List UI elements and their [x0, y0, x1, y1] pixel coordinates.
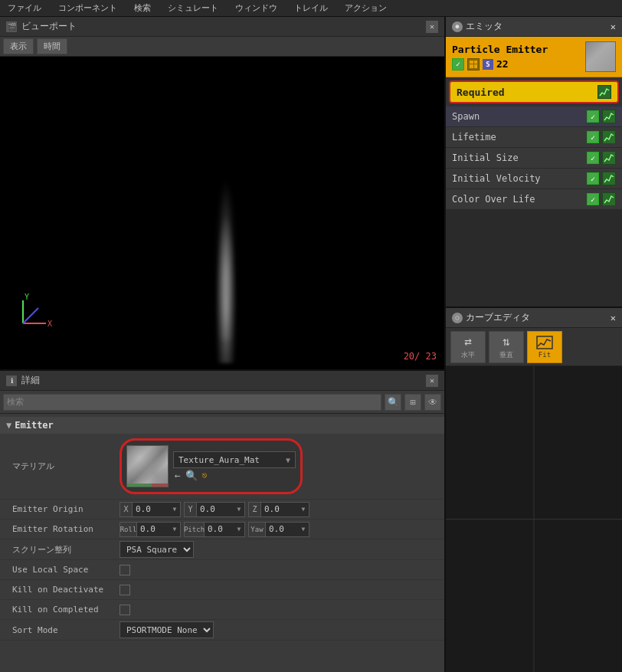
initial-size-module-label: Initial Size	[452, 152, 587, 163]
menu-simulate[interactable]: シミュレート	[163, 1, 223, 15]
fit-label: Fit	[539, 351, 551, 359]
spawn-module-row[interactable]: Spawn ✓	[446, 107, 622, 127]
emitter-title-icon: ●	[452, 21, 463, 32]
kill-on-deactivate-checkbox[interactable]	[119, 585, 130, 595]
material-search-button[interactable]: 🔍	[185, 470, 198, 481]
curve-horizontal-button[interactable]: ⇄ 水平	[450, 331, 486, 363]
spawn-graph-svg	[604, 111, 614, 122]
viewport-time-button[interactable]: 時間	[37, 38, 67, 54]
lifetime-module-row[interactable]: Lifetime ✓	[446, 127, 622, 148]
emitter-rotation-value: Roll 0.0 ▼ Pitch 0.0 ▼ Yaw 0	[119, 522, 438, 537]
grid-view-icon[interactable]: ⊞	[404, 394, 421, 411]
pitch-axis-label: Pitch	[185, 523, 205, 536]
details-search-input[interactable]	[3, 394, 381, 411]
curve-editor-title: カーブエディタ	[466, 311, 530, 324]
pitch-spinner[interactable]: ▼	[234, 523, 244, 536]
emitter-origin-x-spinner[interactable]: ▼	[169, 503, 180, 516]
sort-mode-value: PSORTMODE None	[119, 621, 438, 638]
particle-emitter-header: Particle Emitter ✓ S 22	[446, 37, 622, 77]
curve-content: ⇄ 水平 ⇅ 垂直 Fit	[446, 328, 622, 672]
viewport-close-button[interactable]: ✕	[426, 21, 438, 33]
initial-velocity-module-row[interactable]: Initial Velocity ✓	[446, 169, 622, 189]
material-name-text: Texture_Aura_Mat	[178, 455, 283, 465]
screen-alignment-select[interactable]: PSA Square	[119, 541, 194, 558]
spawn-module-checkbox[interactable]: ✓	[587, 110, 599, 123]
yaw-spinner[interactable]: ▼	[298, 523, 309, 536]
curve-title-icon: ○	[452, 313, 463, 323]
yaw-field[interactable]: Yaw 0.0 ▼	[248, 522, 309, 537]
material-property-row: マテリアル Texture_Aura_Mat ▼	[0, 434, 444, 500]
material-thumbnail	[126, 445, 169, 487]
initial-size-graph-svg	[604, 152, 614, 163]
initial-velocity-module-graph-icon[interactable]	[602, 172, 616, 185]
axes-indicator: X Y	[15, 293, 54, 331]
horizontal-icon: ⇄	[464, 334, 472, 349]
viewport-display-button[interactable]: 表示	[3, 38, 34, 54]
required-graph-icon	[597, 85, 611, 99]
menu-file[interactable]: ファイル	[3, 1, 46, 15]
curve-vertical-button[interactable]: ⇅ 垂直	[489, 331, 524, 363]
vertical-label: 垂直	[499, 350, 513, 360]
emitter-origin-x-field[interactable]: X 0.0 ▼	[119, 502, 181, 517]
emitter-close-button[interactable]: ✕	[611, 21, 616, 32]
emitter-origin-z-field[interactable]: Z 0.0 ▼	[248, 502, 309, 517]
use-local-space-checkbox[interactable]	[119, 565, 130, 575]
emitter-origin-y-spinner[interactable]: ▼	[234, 503, 244, 516]
curve-editor-panel: ○ カーブエディタ ✕ ⇄ 水平 ⇅ 垂直	[446, 308, 622, 672]
initial-size-module-checkbox[interactable]: ✓	[587, 152, 599, 164]
emitter-origin-y-field[interactable]: Y 0.0 ▼	[184, 502, 245, 517]
viewport-content[interactable]: X Y 20/ 23	[0, 57, 444, 369]
kill-on-deactivate-row: Kill on Deactivate	[0, 580, 444, 600]
material-link-icon[interactable]: ⎋	[202, 470, 208, 480]
required-graph-svg	[599, 87, 610, 97]
emitter-rotation-label: Emitter Rotation	[12, 524, 119, 534]
left-side: 🎬 ビューポート ✕ 表示 時間 X	[0, 17, 446, 672]
menu-window[interactable]: ウィンドウ	[231, 1, 282, 15]
sort-mode-select[interactable]: PSORTMODE None	[119, 621, 214, 638]
kill-on-completed-value	[119, 605, 438, 615]
horizontal-label: 水平	[461, 350, 475, 360]
roll-spinner[interactable]: ▼	[169, 523, 180, 536]
emitter-origin-x-value: 0.0	[133, 504, 169, 514]
lifetime-module-graph-icon[interactable]	[602, 130, 616, 144]
pe-grid-cell-3	[470, 64, 473, 68]
kill-on-completed-checkbox[interactable]	[119, 605, 130, 615]
curve-graph-area[interactable]	[446, 366, 622, 672]
spawn-module-graph-icon[interactable]	[602, 110, 616, 123]
menu-component[interactable]: コンポーネント	[54, 1, 122, 15]
required-row[interactable]: Required	[449, 80, 619, 103]
lifetime-module-checkbox[interactable]: ✓	[587, 131, 599, 143]
color-over-life-module-checkbox[interactable]: ✓	[587, 193, 599, 205]
emitter-origin-z-spinner[interactable]: ▼	[298, 503, 309, 516]
menu-search[interactable]: 検索	[129, 1, 156, 15]
curve-fit-button[interactable]: Fit	[527, 331, 562, 363]
menu-trail[interactable]: トレイル	[290, 1, 332, 15]
color-over-life-module-row[interactable]: Color Over Life ✓	[446, 189, 622, 210]
spawn-module-label: Spawn	[452, 111, 587, 122]
initial-velocity-module-label: Initial Velocity	[452, 173, 587, 184]
emitter-empty-space	[446, 210, 622, 306]
initial-size-module-row[interactable]: Initial Size ✓	[446, 148, 622, 169]
details-title: 詳細	[21, 374, 421, 387]
pe-enabled-checkbox[interactable]: ✓	[452, 58, 464, 70]
initial-velocity-module-checkbox[interactable]: ✓	[587, 172, 599, 185]
kill-on-completed-label: Kill on Completed	[12, 605, 119, 615]
frame-counter: 20/ 23	[404, 351, 437, 362]
material-thumb-bar	[127, 484, 168, 487]
curve-editor-close-button[interactable]: ✕	[611, 313, 616, 323]
material-dropdown[interactable]: Texture_Aura_Mat ▼	[173, 451, 296, 468]
material-back-button[interactable]: ←	[175, 470, 181, 481]
menu-action[interactable]: アクション	[340, 1, 391, 15]
kill-on-deactivate-value	[119, 585, 438, 595]
search-icon[interactable]: 🔍	[385, 394, 401, 411]
eye-icon[interactable]: 👁	[424, 394, 441, 411]
pitch-field[interactable]: Pitch 0.0 ▼	[184, 522, 245, 537]
initial-size-module-graph-icon[interactable]	[602, 151, 616, 165]
color-over-life-module-graph-icon[interactable]	[602, 192, 616, 206]
roll-field[interactable]: Roll 0.0 ▼	[119, 522, 181, 537]
emitter-section-header[interactable]: ▼ Emitter	[0, 417, 444, 434]
required-label: Required	[457, 87, 597, 98]
viewport-panel: 🎬 ビューポート ✕ 表示 時間 X	[0, 17, 446, 369]
details-close-button[interactable]: ✕	[426, 375, 438, 387]
vertical-icon: ⇅	[503, 334, 510, 349]
